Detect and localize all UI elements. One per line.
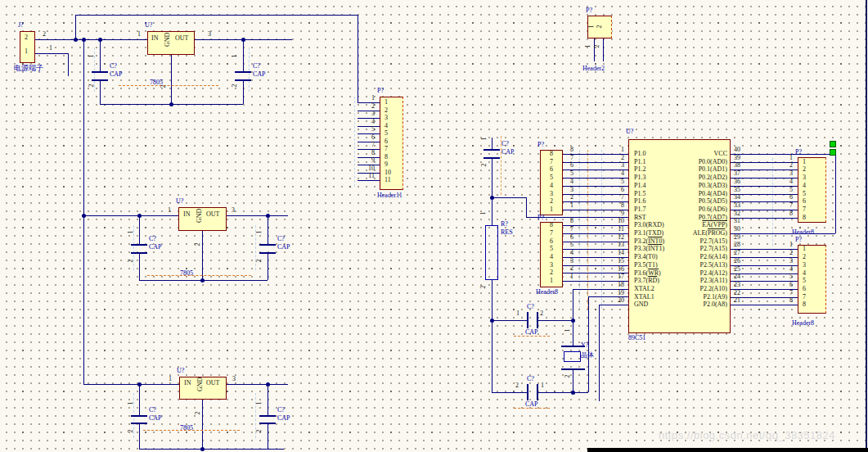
pin-number: 1 bbox=[516, 310, 519, 318]
pin-number: 2 bbox=[781, 250, 793, 257]
watermark: https://blog.csdn.net/qq_38351824 bbox=[659, 429, 835, 441]
pin-number: 6 bbox=[606, 187, 624, 194]
pin-number-inside: 7 bbox=[803, 206, 806, 214]
pin-number: 2 bbox=[128, 259, 135, 262]
header11-body[interactable] bbox=[380, 97, 403, 190]
pin-number-inside: 4 bbox=[385, 123, 388, 130]
junction-dot bbox=[200, 278, 205, 282]
pin-number: 4 bbox=[565, 179, 578, 186]
selection-handle[interactable] bbox=[830, 141, 836, 147]
wire-segment bbox=[492, 197, 526, 198]
pin-number-inside: 1 bbox=[542, 278, 553, 285]
pin-name: P1.0 bbox=[634, 151, 645, 158]
capacitor-plate[interactable] bbox=[537, 384, 538, 400]
wire-segment bbox=[139, 384, 140, 415]
pin-number-inside: 6 bbox=[385, 138, 388, 146]
capacitor-plate[interactable] bbox=[235, 71, 251, 73]
pin-number: 1 bbox=[481, 137, 488, 140]
pin-number: 29 bbox=[734, 234, 740, 242]
wire-segment bbox=[573, 289, 573, 320]
xtal-cap-bottom-value: CAP bbox=[525, 401, 538, 409]
left-header2-name: Header8 bbox=[536, 289, 558, 296]
pin-number: 38 bbox=[734, 162, 740, 170]
pin-name: ALE(PROG) bbox=[653, 230, 727, 237]
capacitor-plate[interactable] bbox=[537, 312, 538, 328]
pin-number: 7 bbox=[606, 194, 624, 201]
pin-number: 1 bbox=[606, 147, 624, 154]
capacitor-plate[interactable] bbox=[131, 244, 147, 246]
pin-number: 3 bbox=[232, 376, 236, 383]
wire-segment bbox=[492, 320, 492, 392]
regulator-in-label: IN bbox=[184, 380, 191, 387]
label: PROG bbox=[708, 229, 725, 237]
pin-number-inside: 9 bbox=[385, 161, 388, 169]
capacitor-plate[interactable] bbox=[527, 384, 528, 400]
wire-segment bbox=[603, 38, 604, 61]
regulator3-ref: U? bbox=[177, 368, 184, 375]
wire-segment bbox=[243, 39, 244, 71]
pin-number-inside: 1 bbox=[588, 25, 596, 28]
pin-number: 1 bbox=[128, 401, 135, 405]
capacitor-plate[interactable] bbox=[259, 415, 276, 417]
pin-number: 1 bbox=[541, 382, 544, 390]
capacitor-plate[interactable] bbox=[131, 415, 147, 417]
pin-number: 28 bbox=[734, 242, 740, 249]
pin-number: 33 bbox=[734, 202, 740, 210]
pin-name: P1.2 bbox=[634, 166, 645, 174]
junction-dot bbox=[82, 38, 86, 42]
pin-number: 4 bbox=[781, 266, 793, 273]
pin-number: 21 bbox=[734, 297, 740, 305]
wire-segment bbox=[573, 370, 573, 392]
pin-number: 7 bbox=[565, 226, 578, 233]
pin-name: P2.7(A15) bbox=[653, 246, 727, 253]
pin-number-inside: 8 bbox=[385, 154, 388, 161]
pin-number: 1 bbox=[137, 31, 141, 38]
pin-number: 5 bbox=[565, 170, 578, 178]
pin-number: 1 bbox=[88, 54, 96, 57]
pin-name: RST bbox=[634, 215, 646, 222]
capacitor-plate[interactable] bbox=[483, 149, 500, 151]
junction-dot bbox=[137, 382, 142, 386]
pin-number-inside: 3 bbox=[803, 262, 806, 269]
junction-dot bbox=[571, 391, 575, 395]
pin-number: 1 bbox=[232, 54, 239, 57]
pin-number-inside: 1 bbox=[542, 206, 553, 214]
resistor-body[interactable] bbox=[485, 225, 498, 280]
pin-name: P2.5(A13) bbox=[653, 262, 727, 269]
right-header2-ref: P? bbox=[795, 237, 802, 244]
crystal-body[interactable] bbox=[564, 351, 581, 362]
selection-handle[interactable] bbox=[830, 149, 836, 156]
wire-segment bbox=[268, 215, 268, 244]
capacitor-plate[interactable] bbox=[259, 244, 276, 246]
junction-dot bbox=[571, 319, 575, 323]
pin-name: EA(VPP) bbox=[653, 222, 727, 229]
regulator-in-label: IN bbox=[183, 211, 190, 219]
wire-segment bbox=[139, 424, 140, 449]
pin-number: 9 bbox=[606, 210, 624, 218]
pin-number-inside: 7 bbox=[542, 159, 553, 166]
pin-number: 2 bbox=[781, 162, 793, 170]
regulator1-ref: U? bbox=[145, 22, 152, 29]
highlight-dash bbox=[354, 97, 355, 187]
pin-number: 40 bbox=[734, 147, 740, 154]
capacitor-plate[interactable] bbox=[527, 312, 528, 328]
pin-name: P2.7(A15) bbox=[653, 238, 727, 246]
cap-ref: C? bbox=[149, 407, 156, 414]
pin-number: 1 bbox=[362, 95, 375, 102]
highlight-dash bbox=[119, 85, 218, 86]
pin-name: P0.1(AD1) bbox=[653, 166, 727, 174]
cap-ref: C? bbox=[277, 407, 285, 414]
wire-segment bbox=[537, 320, 573, 321]
junction-dot bbox=[266, 382, 270, 386]
pin-number: 1 bbox=[168, 207, 171, 215]
pin-name: P2.2(A10) bbox=[653, 286, 727, 293]
pin-number: 3 bbox=[565, 258, 578, 265]
capacitor-plate[interactable] bbox=[92, 71, 108, 73]
regulator-out-label: OUT bbox=[206, 380, 219, 387]
pin-number-inside: 5 bbox=[542, 174, 553, 182]
junction-dot bbox=[169, 102, 173, 106]
regulator1-part: 7805 bbox=[150, 79, 163, 87]
pin-number: 7 bbox=[781, 202, 793, 210]
pin-number: 4 bbox=[606, 170, 624, 178]
pin-name: P2.0(A8) bbox=[653, 301, 727, 309]
